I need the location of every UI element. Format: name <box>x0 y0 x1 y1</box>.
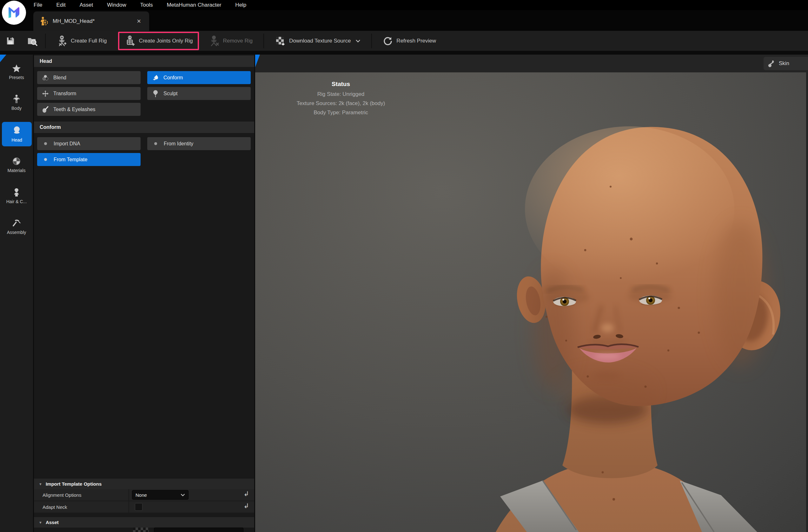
menu-metahuman-character[interactable]: MetaHuman Character <box>167 2 221 8</box>
create-full-rig-label: Create Full Rig <box>71 38 107 44</box>
metahuman-head-render <box>255 72 806 532</box>
sidebar-item-body[interactable]: Body <box>0 95 33 111</box>
status-overlay: Status Rig State: Unrigged Texture Sourc… <box>265 80 417 117</box>
status-body-type: Body Type: Parametric <box>265 108 417 117</box>
assembly-hammer-icon <box>12 219 21 227</box>
create-joints-only-rig-button[interactable]: Create Joints Only Rig <box>119 33 198 49</box>
create-full-rig-button[interactable]: Create Full Rig <box>51 33 112 49</box>
body-icon <box>13 95 20 104</box>
menu-edit[interactable]: Edit <box>56 2 66 8</box>
menu-tools[interactable]: Tools <box>140 2 153 8</box>
menu-window[interactable]: Window <box>107 2 126 8</box>
alignment-options-dropdown[interactable]: None <box>132 490 188 500</box>
conform-options-grid: Import DNA From Identity From Template <box>34 137 254 166</box>
collapse-triangle-icon: ▼ <box>39 482 42 486</box>
radio-dot-icon <box>44 158 47 161</box>
browse-to-asset-button[interactable] <box>25 33 39 49</box>
radio-dot-icon <box>44 142 47 145</box>
asset-name-field[interactable] <box>154 528 243 532</box>
sidebar-item-assembly[interactable]: Assembly <box>0 219 33 235</box>
status-texture-sources: Texture Sources: 2k (face), 2k (body) <box>265 99 417 108</box>
right-eye <box>639 295 662 305</box>
skin-button[interactable]: Skin <box>764 57 808 70</box>
metahuman-logo <box>2 1 26 25</box>
remove-rig-button[interactable]: Remove Rig <box>203 33 258 49</box>
tab-mh-mod-head[interactable]: MH_MOD_Head* × <box>33 12 149 31</box>
import-template-options-title: Import Template Options <box>46 481 102 487</box>
teeth-eyelashes-icon <box>41 106 49 113</box>
asset-thumbnail[interactable] <box>133 528 149 532</box>
status-rig-state: Rig State: Unrigged <box>265 90 417 99</box>
metahuman-m-icon <box>7 5 21 20</box>
blend-tool-button[interactable]: Blend <box>37 71 141 84</box>
menu-bar: File Edit Asset Window Tools MetaHuman C… <box>0 0 808 10</box>
save-button[interactable] <box>3 33 18 49</box>
sidebar-label-materials: Materials <box>7 168 26 173</box>
from-template-button[interactable]: From Template <box>37 153 141 166</box>
create-joints-only-rig-label: Create Joints Only Rig <box>139 38 192 44</box>
dock-corner-indicator <box>0 55 6 62</box>
head-parameters-panel: Head Blend Conform Transform <box>34 55 255 532</box>
menu-asset[interactable]: Asset <box>80 2 93 8</box>
head-icon <box>12 126 22 135</box>
conform-tool-button[interactable]: Conform <box>147 71 251 84</box>
toolbar-separator <box>45 34 46 48</box>
tab-close-icon[interactable]: × <box>135 17 143 25</box>
head-tools-grid: Blend Conform Transform Sculpt <box>34 71 254 116</box>
conform-label: Conform <box>163 75 183 80</box>
collapse-triangle-icon: ▼ <box>39 520 42 525</box>
reset-to-default-icon[interactable]: ↲ <box>243 491 249 497</box>
sidebar-label-body: Body <box>12 106 22 111</box>
sidebar-label-assembly: Assembly <box>7 230 26 235</box>
remove-rig-label: Remove Rig <box>223 38 253 44</box>
download-texture-source-button[interactable]: Download Texture Source <box>270 33 366 49</box>
menu-help[interactable]: Help <box>235 2 246 8</box>
reset-to-default-icon[interactable]: ↲ <box>243 502 249 509</box>
tutorial-highlight-box: Create Joints Only Rig <box>118 32 199 50</box>
sidebar-label-presets: Presets <box>9 75 24 80</box>
preview-viewport: Skin Status Rig State: Unrigged Texture … <box>255 55 808 532</box>
transform-tool-button[interactable]: Transform <box>37 87 141 100</box>
texture-download-icon <box>275 36 286 47</box>
dock-corner-indicator <box>255 55 260 67</box>
sidebar-item-hair-clothing[interactable]: Hair & C... <box>0 188 33 204</box>
sculpt-tool-button[interactable]: Sculpt <box>147 87 251 100</box>
sidebar-item-presets[interactable]: Presets <box>0 64 33 80</box>
refresh-preview-button[interactable]: Refresh Preview <box>378 33 441 49</box>
sidebar-item-head[interactable]: Head <box>2 122 32 146</box>
adapt-neck-checkbox[interactable] <box>135 503 143 511</box>
adapt-neck-row: Adapt Neck ↲ <box>34 501 254 513</box>
asset-section-title: Asset <box>46 520 59 525</box>
metahuman-asset-icon <box>40 17 48 26</box>
viewport-header: Skin <box>255 55 808 72</box>
adapt-neck-label: Adapt Neck <box>34 501 129 513</box>
skeleton-full-rig-icon <box>56 35 67 47</box>
menu-file[interactable]: File <box>34 2 42 8</box>
sidebar-label-head: Head <box>12 137 22 143</box>
chevron-down-icon <box>355 39 361 42</box>
sidebar-item-materials[interactable]: Materials <box>0 157 33 173</box>
sidebar-label-hair-clothing: Hair & C... <box>6 199 27 204</box>
head-section-header: Head <box>34 56 254 67</box>
import-dna-button[interactable]: Import DNA <box>37 137 141 150</box>
tab-bar: MH_MOD_Head* × <box>0 10 808 31</box>
from-identity-button[interactable]: From Identity <box>147 137 251 150</box>
mode-sidebar: Presets Body Head Material <box>0 55 34 532</box>
import-template-options-header[interactable]: ▼ Import Template Options <box>34 479 254 489</box>
teeth-eyelashes-label: Teeth & Eyelashes <box>53 107 95 112</box>
toolbar: Create Full Rig Create Joints Only Rig R… <box>0 31 808 51</box>
conform-section-header: Conform <box>34 122 254 133</box>
skeleton-joints-rig-icon <box>124 35 135 47</box>
browse-to-asset-icon <box>27 36 37 46</box>
asset-section-header[interactable]: ▼ Asset <box>34 517 254 528</box>
details-bottom-block: ▼ Import Template Options Alignment Opti… <box>34 479 254 532</box>
teeth-eyelashes-tool-button[interactable]: Teeth & Eyelashes <box>37 103 141 116</box>
viewport-3d-canvas[interactable]: Status Rig State: Unrigged Texture Sourc… <box>255 72 808 532</box>
conform-icon <box>152 74 159 81</box>
sculpt-icon <box>152 90 159 97</box>
skeleton-remove-rig-icon <box>208 35 219 47</box>
transform-label: Transform <box>53 91 76 96</box>
star-icon <box>12 64 21 73</box>
transform-move-icon <box>41 90 49 97</box>
alignment-options-label: Alignment Options <box>34 489 129 500</box>
